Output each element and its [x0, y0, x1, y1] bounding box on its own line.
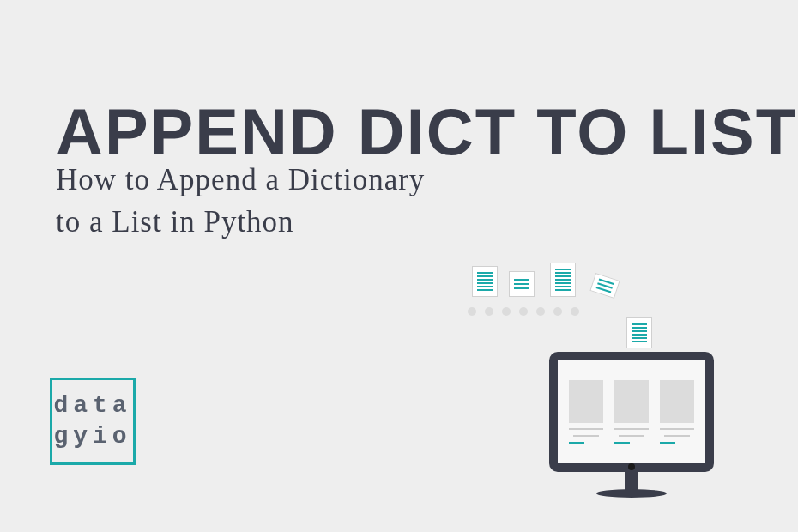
document-icon [472, 266, 498, 297]
dot [485, 307, 493, 316]
document-icon [550, 263, 576, 297]
dot [502, 307, 511, 316]
screen-card [614, 380, 649, 444]
screen-accent [569, 442, 584, 444]
doc-line [555, 279, 571, 281]
screen-accent [660, 442, 675, 444]
doc-line [477, 272, 493, 274]
monitor-illustration [468, 257, 751, 498]
monitor-frame [549, 352, 714, 472]
doc-line [632, 337, 647, 339]
subtitle-line-2: to a List in Python [56, 205, 294, 239]
screen-line [619, 435, 644, 437]
screen-line [573, 435, 599, 437]
screen-block [660, 380, 694, 423]
doc-line [555, 286, 571, 287]
doc-line [555, 269, 571, 270]
monitor-screen [558, 360, 705, 463]
document-icon [589, 273, 620, 299]
screen-line [569, 428, 603, 430]
doc-line [555, 275, 571, 277]
screen-block [614, 380, 649, 423]
doc-line [555, 272, 571, 274]
doc-line [632, 334, 647, 336]
monitor-base [596, 489, 667, 498]
doc-line [514, 287, 529, 289]
doc-line [477, 289, 493, 291]
doc-line [477, 279, 493, 281]
dot [519, 307, 528, 316]
doc-line [632, 330, 647, 332]
dots-decoration [468, 307, 579, 316]
dot [553, 307, 562, 316]
doc-line [477, 286, 493, 287]
screen-accent [614, 442, 630, 444]
screen-card [569, 380, 603, 444]
doc-line [514, 279, 529, 281]
document-icon [509, 271, 535, 297]
subtitle-line-1: How to Append a Dictionary [56, 163, 425, 196]
document-icon [626, 317, 652, 348]
logo-text-line-1: data [53, 390, 131, 421]
screen-block [569, 380, 603, 423]
doc-line [477, 275, 493, 277]
page-subtitle: How to Append a Dictionary to a List in … [56, 159, 425, 243]
doc-line [632, 341, 647, 342]
dot [571, 307, 579, 316]
doc-line [477, 282, 493, 284]
brand-logo: data gyio [50, 378, 136, 465]
doc-line [632, 323, 647, 325]
doc-line [632, 327, 647, 329]
screen-card [660, 380, 694, 444]
monitor-stand [625, 472, 638, 491]
page-title: APPEND DICT TO LIST [56, 94, 797, 169]
logo-text-line-2: gyio [53, 421, 131, 452]
doc-line [555, 289, 571, 291]
monitor-button [628, 463, 635, 470]
doc-line [555, 282, 571, 284]
doc-line [514, 283, 529, 285]
screen-line [660, 428, 694, 430]
dot [536, 307, 545, 316]
dot [468, 307, 476, 316]
screen-line [664, 435, 690, 437]
screen-line [614, 428, 649, 430]
